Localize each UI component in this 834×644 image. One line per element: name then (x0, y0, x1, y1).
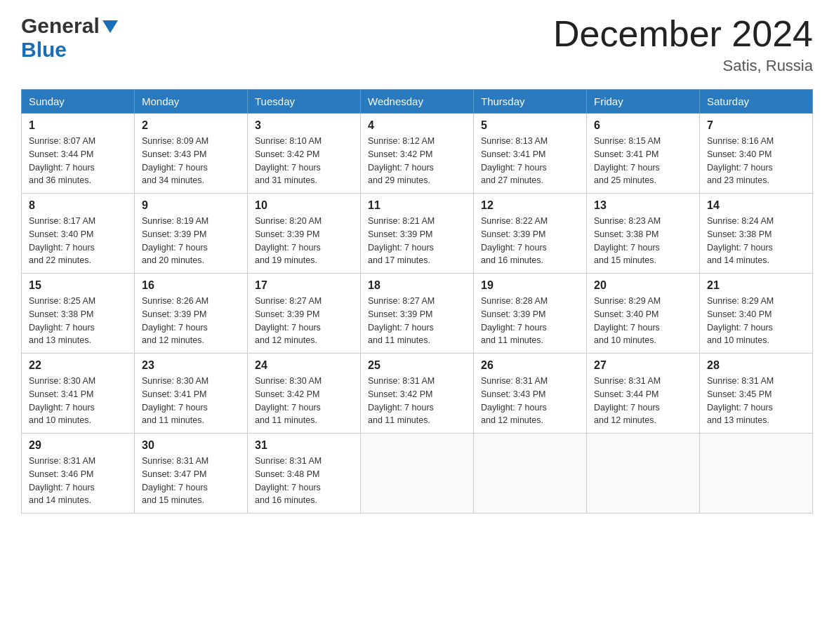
month-title: December 2024 (553, 14, 813, 54)
calendar-cell: 20Sunrise: 8:29 AMSunset: 3:40 PMDayligh… (587, 274, 700, 354)
day-info: Sunrise: 8:12 AMSunset: 3:42 PMDaylight:… (368, 135, 466, 187)
day-number: 2 (142, 119, 240, 132)
calendar-cell: 14Sunrise: 8:24 AMSunset: 3:38 PMDayligh… (700, 194, 813, 274)
day-info: Sunrise: 8:23 AMSunset: 3:38 PMDaylight:… (594, 215, 692, 267)
calendar-week-row: 1Sunrise: 8:07 AMSunset: 3:44 PMDaylight… (22, 114, 813, 194)
day-info: Sunrise: 8:31 AMSunset: 3:48 PMDaylight:… (255, 455, 353, 507)
weekday-header-tuesday: Tuesday (248, 90, 361, 114)
day-number: 29 (29, 439, 127, 452)
day-number: 30 (142, 439, 240, 452)
calendar-cell: 1Sunrise: 8:07 AMSunset: 3:44 PMDaylight… (22, 114, 135, 194)
calendar-week-row: 22Sunrise: 8:30 AMSunset: 3:41 PMDayligh… (22, 354, 813, 434)
calendar-cell: 10Sunrise: 8:20 AMSunset: 3:39 PMDayligh… (248, 194, 361, 274)
weekday-header-wednesday: Wednesday (361, 90, 474, 114)
day-number: 15 (29, 279, 127, 292)
day-info: Sunrise: 8:31 AMSunset: 3:47 PMDaylight:… (142, 455, 240, 507)
calendar-cell: 28Sunrise: 8:31 AMSunset: 3:45 PMDayligh… (700, 354, 813, 434)
logo: General Blue (21, 14, 119, 62)
day-info: Sunrise: 8:31 AMSunset: 3:45 PMDaylight:… (707, 375, 805, 427)
day-info: Sunrise: 8:27 AMSunset: 3:39 PMDaylight:… (255, 295, 353, 347)
calendar-cell: 24Sunrise: 8:30 AMSunset: 3:42 PMDayligh… (248, 354, 361, 434)
day-number: 9 (142, 199, 240, 212)
day-number: 3 (255, 119, 353, 132)
calendar-cell: 23Sunrise: 8:30 AMSunset: 3:41 PMDayligh… (135, 354, 248, 434)
calendar-cell: 11Sunrise: 8:21 AMSunset: 3:39 PMDayligh… (361, 194, 474, 274)
weekday-header-friday: Friday (587, 90, 700, 114)
calendar-week-row: 29Sunrise: 8:31 AMSunset: 3:46 PMDayligh… (22, 434, 813, 514)
day-number: 25 (368, 359, 466, 372)
day-number: 18 (368, 279, 466, 292)
day-info: Sunrise: 8:29 AMSunset: 3:40 PMDaylight:… (707, 295, 805, 347)
day-info: Sunrise: 8:31 AMSunset: 3:46 PMDaylight:… (29, 455, 127, 507)
calendar-cell: 18Sunrise: 8:27 AMSunset: 3:39 PMDayligh… (361, 274, 474, 354)
day-number: 20 (594, 279, 692, 292)
calendar-week-row: 15Sunrise: 8:25 AMSunset: 3:38 PMDayligh… (22, 274, 813, 354)
calendar-cell: 27Sunrise: 8:31 AMSunset: 3:44 PMDayligh… (587, 354, 700, 434)
calendar-cell: 31Sunrise: 8:31 AMSunset: 3:48 PMDayligh… (248, 434, 361, 514)
day-info: Sunrise: 8:27 AMSunset: 3:39 PMDaylight:… (368, 295, 466, 347)
day-info: Sunrise: 8:31 AMSunset: 3:43 PMDaylight:… (481, 375, 579, 427)
calendar-cell (361, 434, 474, 514)
day-info: Sunrise: 8:10 AMSunset: 3:42 PMDaylight:… (255, 135, 353, 187)
calendar-cell: 29Sunrise: 8:31 AMSunset: 3:46 PMDayligh… (22, 434, 135, 514)
day-number: 1 (29, 119, 127, 132)
day-info: Sunrise: 8:30 AMSunset: 3:42 PMDaylight:… (255, 375, 353, 427)
day-info: Sunrise: 8:09 AMSunset: 3:43 PMDaylight:… (142, 135, 240, 187)
day-number: 11 (368, 199, 466, 212)
calendar-cell (700, 434, 813, 514)
day-number: 4 (368, 119, 466, 132)
calendar-cell: 7Sunrise: 8:16 AMSunset: 3:40 PMDaylight… (700, 114, 813, 194)
day-number: 21 (707, 279, 805, 292)
day-number: 12 (481, 199, 579, 212)
calendar-cell: 3Sunrise: 8:10 AMSunset: 3:42 PMDaylight… (248, 114, 361, 194)
weekday-header-thursday: Thursday (474, 90, 587, 114)
logo-blue-text: Blue (21, 38, 67, 61)
calendar-cell: 15Sunrise: 8:25 AMSunset: 3:38 PMDayligh… (22, 274, 135, 354)
location-text: Satis, Russia (553, 57, 813, 75)
day-info: Sunrise: 8:28 AMSunset: 3:39 PMDaylight:… (481, 295, 579, 347)
calendar-cell: 2Sunrise: 8:09 AMSunset: 3:43 PMDaylight… (135, 114, 248, 194)
calendar-header-row: SundayMondayTuesdayWednesdayThursdayFrid… (22, 90, 813, 114)
day-number: 24 (255, 359, 353, 372)
day-number: 19 (481, 279, 579, 292)
day-info: Sunrise: 8:30 AMSunset: 3:41 PMDaylight:… (142, 375, 240, 427)
day-info: Sunrise: 8:31 AMSunset: 3:44 PMDaylight:… (594, 375, 692, 427)
day-info: Sunrise: 8:17 AMSunset: 3:40 PMDaylight:… (29, 215, 127, 267)
calendar-cell: 12Sunrise: 8:22 AMSunset: 3:39 PMDayligh… (474, 194, 587, 274)
calendar-table: SundayMondayTuesdayWednesdayThursdayFrid… (21, 89, 813, 514)
day-info: Sunrise: 8:16 AMSunset: 3:40 PMDaylight:… (707, 135, 805, 187)
day-number: 14 (707, 199, 805, 212)
calendar-cell: 4Sunrise: 8:12 AMSunset: 3:42 PMDaylight… (361, 114, 474, 194)
calendar-cell: 25Sunrise: 8:31 AMSunset: 3:42 PMDayligh… (361, 354, 474, 434)
calendar-cell: 30Sunrise: 8:31 AMSunset: 3:47 PMDayligh… (135, 434, 248, 514)
calendar-cell: 9Sunrise: 8:19 AMSunset: 3:39 PMDaylight… (135, 194, 248, 274)
svg-marker-0 (102, 20, 118, 33)
calendar-cell: 16Sunrise: 8:26 AMSunset: 3:39 PMDayligh… (135, 274, 248, 354)
calendar-cell: 13Sunrise: 8:23 AMSunset: 3:38 PMDayligh… (587, 194, 700, 274)
calendar-cell (587, 434, 700, 514)
day-number: 7 (707, 119, 805, 132)
day-number: 17 (255, 279, 353, 292)
day-info: Sunrise: 8:30 AMSunset: 3:41 PMDaylight:… (29, 375, 127, 427)
calendar-cell: 5Sunrise: 8:13 AMSunset: 3:41 PMDaylight… (474, 114, 587, 194)
day-info: Sunrise: 8:31 AMSunset: 3:42 PMDaylight:… (368, 375, 466, 427)
day-info: Sunrise: 8:15 AMSunset: 3:41 PMDaylight:… (594, 135, 692, 187)
day-number: 5 (481, 119, 579, 132)
day-number: 10 (255, 199, 353, 212)
weekday-header-monday: Monday (135, 90, 248, 114)
day-number: 23 (142, 359, 240, 372)
day-info: Sunrise: 8:19 AMSunset: 3:39 PMDaylight:… (142, 215, 240, 267)
day-info: Sunrise: 8:13 AMSunset: 3:41 PMDaylight:… (481, 135, 579, 187)
day-info: Sunrise: 8:20 AMSunset: 3:39 PMDaylight:… (255, 215, 353, 267)
calendar-cell: 8Sunrise: 8:17 AMSunset: 3:40 PMDaylight… (22, 194, 135, 274)
day-number: 26 (481, 359, 579, 372)
calendar-cell: 6Sunrise: 8:15 AMSunset: 3:41 PMDaylight… (587, 114, 700, 194)
day-info: Sunrise: 8:29 AMSunset: 3:40 PMDaylight:… (594, 295, 692, 347)
day-number: 13 (594, 199, 692, 212)
day-number: 31 (255, 439, 353, 452)
calendar-cell: 19Sunrise: 8:28 AMSunset: 3:39 PMDayligh… (474, 274, 587, 354)
day-number: 6 (594, 119, 692, 132)
calendar-cell: 22Sunrise: 8:30 AMSunset: 3:41 PMDayligh… (22, 354, 135, 434)
weekday-header-sunday: Sunday (22, 90, 135, 114)
logo-triangle-icon (101, 18, 119, 36)
